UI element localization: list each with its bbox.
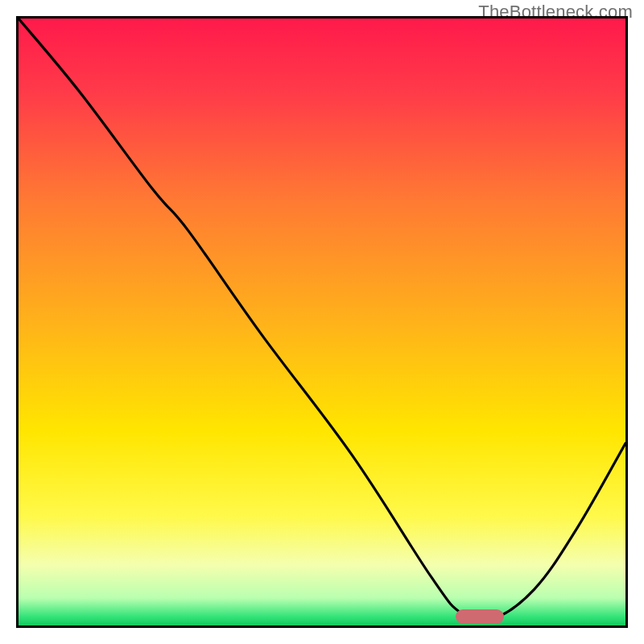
chart-frame <box>16 16 628 628</box>
chart-svg <box>19 19 625 625</box>
bottleneck-curve-path <box>19 19 625 621</box>
optimal-marker <box>456 609 504 624</box>
